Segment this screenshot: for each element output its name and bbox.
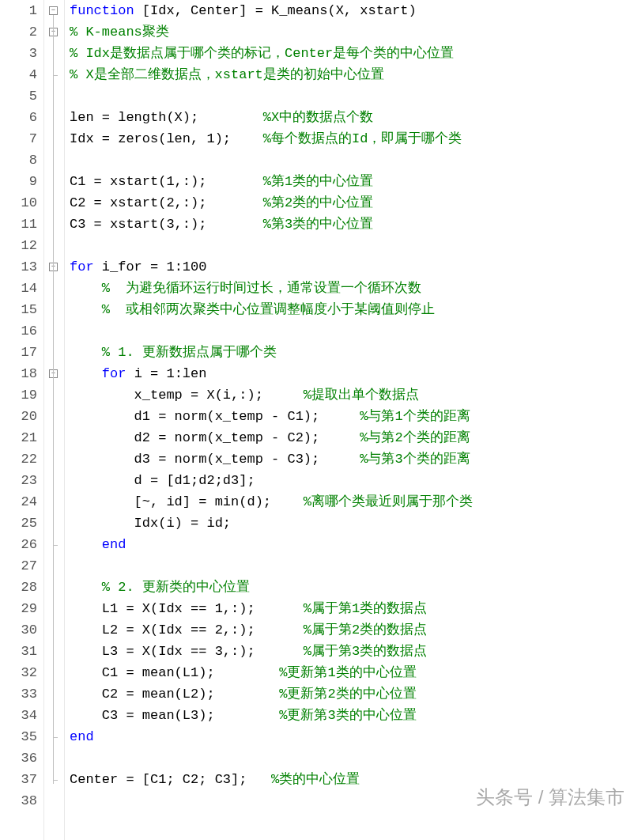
code-line: % 2. 更新类的中心位置 — [70, 577, 634, 598]
code-line: L1 = X(Idx == 1,:); %属于第1类的数据点 — [70, 598, 634, 619]
code-line — [70, 85, 634, 107]
line-number: 20 — [0, 406, 37, 427]
code-line: C1 = xstart(1,:); %第1类的中心位置 — [70, 171, 634, 192]
code-line: C3 = xstart(3,:); %第3类的中心位置 — [70, 214, 634, 235]
comment-token: %与第1个类的距离 — [360, 409, 470, 424]
keyword-token: for — [70, 259, 102, 274]
line-number: 21 — [0, 427, 37, 448]
line-number: 12 — [0, 235, 37, 256]
code-token: d3 = norm(x_temp - C3); — [70, 452, 360, 467]
code-token: Idx(i) = id; — [70, 516, 231, 531]
code-line: d3 = norm(x_temp - C3); %与第3个类的距离 — [70, 448, 634, 470]
fold-end-marker — [53, 545, 58, 546]
code-line: L3 = X(Idx == 3,:); %属于第3类的数据点 — [70, 641, 634, 662]
code-token: d = [d1;d2;d3]; — [70, 473, 255, 488]
line-number: 27 — [0, 555, 37, 577]
line-number: 38 — [0, 790, 37, 812]
code-token: C2 = mean(L2); — [70, 687, 279, 702]
line-number: 24 — [0, 491, 37, 513]
code-token: C1 = mean(L1); — [70, 665, 279, 680]
code-token: x_temp = X(i,:); — [70, 388, 304, 403]
comment-token: %类的中心位置 — [271, 772, 360, 787]
line-number: 7 — [0, 128, 37, 149]
comment-token: % 为避免循环运行时间过长，通常设置一个循环次数 — [70, 281, 421, 296]
comment-token: %第1类的中心位置 — [263, 174, 373, 189]
code-line: d = [d1;d2;d3]; — [70, 470, 634, 491]
line-number: 16 — [0, 320, 37, 342]
code-token: len = length(X); — [70, 110, 263, 125]
keyword-token: function — [70, 3, 142, 18]
code-line: Idx = zeros(len, 1); %每个数据点的Id，即属于哪个类 — [70, 128, 634, 149]
code-line: Idx(i) = id; — [70, 513, 634, 534]
code-line: % K-means聚类 — [70, 21, 634, 43]
code-line: x_temp = X(i,:); %提取出单个数据点 — [70, 384, 634, 406]
code-line: C2 = mean(L2); %更新第2类的中心位置 — [70, 683, 634, 705]
line-number: 22 — [0, 448, 37, 470]
fold-end-marker — [53, 780, 58, 781]
code-line — [70, 149, 634, 171]
line-number: 15 — [0, 299, 37, 320]
line-number: 30 — [0, 619, 37, 641]
comment-token: % 1. 更新数据点属于哪个类 — [70, 345, 277, 360]
code-line — [70, 747, 634, 769]
keyword-token: end — [102, 537, 126, 552]
line-number: 9 — [0, 171, 37, 192]
fold-end-marker — [53, 737, 58, 738]
line-number: 3 — [0, 43, 37, 64]
code-token: i_for = 1:100 — [102, 259, 207, 274]
line-number: 5 — [0, 85, 37, 107]
fold-end-marker — [53, 75, 58, 76]
line-number: 19 — [0, 384, 37, 406]
line-number: 2 — [0, 21, 37, 43]
code-token: d2 = norm(x_temp - C2); — [70, 430, 360, 445]
code-line: d2 = norm(x_temp - C2); %与第2个类的距离 — [70, 427, 634, 448]
code-line: for i_for = 1:100 — [70, 256, 634, 278]
code-line: % Idx是数据点属于哪个类的标记，Center是每个类的中心位置 — [70, 43, 634, 64]
fold-column: −−−− — [44, 0, 65, 840]
code-line: function [Idx, Center] = K_means(X, xsta… — [70, 0, 634, 21]
code-line: % 为避免循环运行时间过长，通常设置一个循环次数 — [70, 278, 634, 299]
code-line: for i = 1:len — [70, 363, 634, 384]
code-line: end — [70, 534, 634, 555]
code-line: % 或相邻两次聚类中心位置调整幅度小于某阈值则停止 — [70, 299, 634, 320]
code-token — [70, 537, 102, 552]
comment-token: %X中的数据点个数 — [263, 110, 373, 125]
comment-token: %更新第3类的中心位置 — [279, 708, 416, 723]
comment-token: %属于第1类的数据点 — [304, 601, 427, 616]
code-area: function [Idx, Center] = K_means(X, xsta… — [65, 0, 634, 840]
line-number: 29 — [0, 598, 37, 619]
code-editor: 1234567891011121314151617181920212223242… — [0, 0, 634, 840]
code-token: [Idx, Center] = K_means(X, xstart) — [142, 3, 417, 18]
code-line — [70, 790, 634, 812]
line-number-gutter: 1234567891011121314151617181920212223242… — [0, 0, 44, 840]
line-number: 6 — [0, 107, 37, 128]
line-number: 8 — [0, 149, 37, 171]
comment-token: %更新第2类的中心位置 — [279, 687, 416, 702]
code-token: C1 = xstart(1,:); — [70, 174, 263, 189]
code-line: end — [70, 726, 634, 747]
code-line: len = length(X); %X中的数据点个数 — [70, 107, 634, 128]
code-token: C3 = mean(L3); — [70, 708, 279, 723]
code-token: C3 = xstart(3,:); — [70, 217, 263, 232]
line-number: 26 — [0, 534, 37, 555]
keyword-token: for — [102, 366, 134, 381]
fold-toggle[interactable]: − — [49, 6, 58, 15]
line-number: 31 — [0, 641, 37, 662]
line-number: 32 — [0, 662, 37, 683]
comment-token: % Idx是数据点属于哪个类的标记，Center是每个类的中心位置 — [70, 46, 454, 61]
line-number: 17 — [0, 342, 37, 363]
comment-token: %离哪个类最近则属于那个类 — [304, 494, 473, 509]
line-number: 23 — [0, 470, 37, 491]
fold-guide-line — [53, 15, 54, 784]
code-line: C2 = xstart(2,:); %第2类的中心位置 — [70, 192, 634, 214]
line-number: 35 — [0, 726, 37, 747]
line-number: 13 — [0, 256, 37, 278]
line-number: 37 — [0, 769, 37, 790]
line-number: 14 — [0, 278, 37, 299]
comment-token: %与第2个类的距离 — [360, 430, 470, 445]
line-number: 1 — [0, 0, 37, 21]
comment-token: %第2类的中心位置 — [263, 195, 373, 210]
line-number: 33 — [0, 683, 37, 705]
comment-token: % 2. 更新类的中心位置 — [70, 580, 250, 595]
code-line — [70, 555, 634, 577]
